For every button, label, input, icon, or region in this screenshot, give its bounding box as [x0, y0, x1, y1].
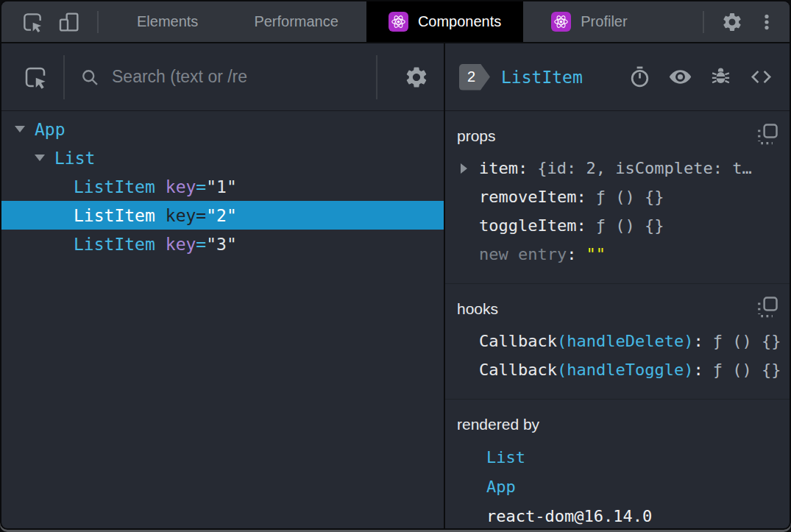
component-name: ListItem: [74, 177, 155, 196]
inspected-actions: [628, 65, 773, 89]
rendered-by-react-dom: react-dom@16.14.0: [457, 501, 778, 528]
log-to-console-bug-icon[interactable]: [709, 65, 732, 88]
key-value: "1": [206, 177, 237, 196]
rendered-by-section: rendered by List App react-dom@16.14.0: [445, 399, 790, 528]
key-value: "3": [206, 235, 237, 254]
key-attr: key: [166, 235, 196, 254]
search-icon: [79, 67, 100, 88]
search-area: [79, 67, 361, 88]
open-paren: (: [557, 332, 567, 350]
hook-value: ƒ () {}: [713, 361, 781, 379]
tree-settings-gear-icon[interactable]: [404, 65, 429, 90]
tree-toolbar: [1, 43, 444, 111]
prop-value: ƒ () {}: [596, 216, 664, 235]
expander-arrow-icon[interactable]: [15, 126, 35, 132]
colon: :: [693, 332, 703, 350]
hook-name: handleToggle: [567, 361, 684, 379]
prop-name: removeItem: [479, 188, 576, 206]
hook-value: ƒ () {}: [713, 332, 781, 350]
new-entry-name: new entry: [479, 245, 567, 263]
hook-row-handledelete[interactable]: Callback(handleDelete):ƒ () {}: [457, 327, 778, 355]
open-paren: (: [557, 361, 567, 379]
tab-profiler[interactable]: Profiler: [523, 1, 655, 42]
tree-row-listitem-3[interactable]: ListItemkey="3": [1, 230, 444, 258]
expander-arrow-icon[interactable]: [35, 155, 54, 161]
prop-row-toggleitem[interactable]: toggleItem:ƒ () {}: [457, 211, 778, 240]
toolbar-divider: [97, 11, 99, 33]
tab-elements[interactable]: Elements: [109, 1, 226, 42]
props-title: props: [457, 127, 778, 145]
prop-value: {id: 2, isComplete: t…: [537, 159, 751, 177]
tree-row-listitem-1[interactable]: ListItemkey="1": [1, 172, 444, 201]
tree-row-list[interactable]: List: [1, 143, 444, 172]
rendered-by-list[interactable]: List: [457, 442, 778, 472]
devtools-window: Elements Performance Components: [0, 0, 791, 530]
select-element-icon[interactable]: [22, 64, 49, 91]
prop-row-item[interactable]: item:{id: 2, isComplete: t…: [457, 154, 778, 182]
key-attr: key: [166, 177, 196, 196]
props-section: props item:{id: 2, isComplete: t… rem: [445, 111, 790, 283]
key-value: "2": [206, 206, 237, 225]
tree-row-listitem-2-selected[interactable]: ListItemkey="2": [1, 201, 444, 230]
device-toolbar-icon[interactable]: [52, 1, 87, 42]
hooks-section: hooks Callback(handleDelete):ƒ () {} Cal…: [445, 283, 790, 399]
inspected-component-panel: 2 ListItem: [445, 43, 790, 528]
inspect-element-icon[interactable]: [16, 1, 49, 42]
main-split: App List ListItemkey="1" ListItemkey="2"…: [1, 43, 790, 528]
component-name: ListItem: [74, 206, 155, 225]
colon: :: [518, 159, 528, 177]
equals-sign: =: [196, 177, 206, 196]
toolbar-divider: [376, 55, 377, 99]
tab-label: Components: [418, 13, 501, 30]
view-source-code-icon[interactable]: [749, 65, 773, 89]
inspected-sections: props item:{id: 2, isComplete: t… rem: [445, 111, 790, 528]
new-entry-value[interactable]: "": [586, 245, 606, 263]
search-input[interactable]: [112, 67, 355, 87]
toolbar-divider: [703, 11, 704, 33]
hooks-title: hooks: [457, 300, 778, 318]
prop-row-removeitem[interactable]: removeItem:ƒ () {}: [457, 182, 778, 211]
tab-label: Performance: [254, 13, 338, 30]
hook-type: Callback: [479, 361, 557, 379]
close-paren: ): [684, 361, 693, 379]
tab-label: Elements: [137, 13, 198, 30]
copy-hooks-icon[interactable]: [756, 296, 778, 318]
prop-name: toggleItem: [479, 216, 576, 235]
react-logo-icon: [389, 12, 408, 32]
toolbar-divider: [63, 55, 65, 99]
equals-sign: =: [196, 235, 206, 254]
rendered-by-title: rendered by: [457, 416, 778, 433]
equals-sign: =: [196, 206, 206, 225]
owner-link[interactable]: List: [486, 448, 525, 467]
tab-components[interactable]: Components: [366, 1, 523, 42]
hook-name: handleDelete: [567, 332, 684, 350]
copy-props-icon[interactable]: [756, 123, 778, 145]
tree-row-app[interactable]: App: [1, 115, 444, 143]
colon: :: [576, 216, 586, 235]
topbar-controls: [692, 1, 790, 42]
inspected-component-name: ListItem: [501, 68, 583, 87]
renderer-version: react-dom@16.14.0: [486, 507, 652, 525]
close-paren: ): [684, 332, 693, 350]
inspect-dom-eye-icon[interactable]: [668, 65, 692, 89]
colon: :: [693, 361, 703, 379]
component-name: List: [54, 149, 95, 168]
settings-gear-icon[interactable]: [714, 11, 750, 33]
component-tree: App List ListItemkey="1" ListItemkey="2"…: [1, 111, 444, 258]
prop-row-new-entry[interactable]: new entry:"": [457, 240, 778, 269]
components-tree-panel: App List ListItemkey="1" ListItemkey="2"…: [1, 43, 445, 528]
inspected-header: 2 ListItem: [445, 43, 790, 111]
expand-prop-icon[interactable]: [461, 163, 467, 174]
tab-performance[interactable]: Performance: [226, 1, 366, 42]
tab-label: Profiler: [581, 13, 627, 30]
rendered-by-app[interactable]: App: [457, 472, 778, 501]
devtools-tab-bar: Elements Performance Components: [1, 1, 790, 43]
colon: :: [576, 188, 586, 206]
badge-count: 2: [467, 68, 475, 85]
owners-stack-badge: 2: [459, 64, 490, 91]
owner-link[interactable]: App: [486, 478, 516, 496]
hook-row-handletoggle[interactable]: Callback(handleToggle):ƒ () {}: [457, 355, 778, 384]
hook-type: Callback: [479, 332, 557, 350]
suspend-timer-icon[interactable]: [628, 65, 651, 88]
kebab-menu-icon[interactable]: [750, 11, 784, 33]
